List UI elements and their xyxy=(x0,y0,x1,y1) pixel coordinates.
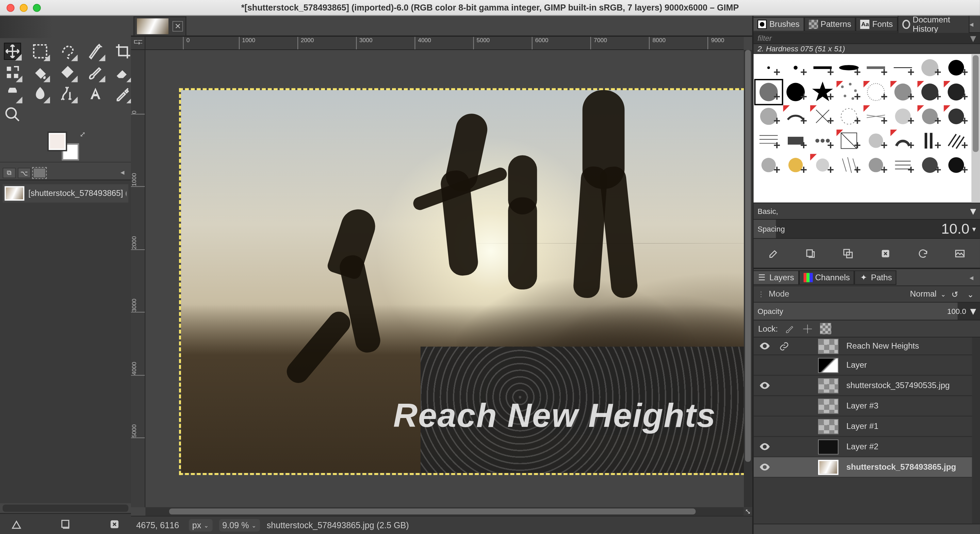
layers-scrollbar[interactable] xyxy=(972,337,980,523)
fuzzy-select-tool[interactable] xyxy=(87,43,104,60)
opacity-slider[interactable]: Opacity 100.0 ▾ xyxy=(754,303,980,320)
brush-thumbnail[interactable]: + xyxy=(756,129,782,153)
device-status-tab[interactable]: ⌥ xyxy=(18,168,31,178)
brush-thumbnail[interactable]: + xyxy=(889,105,916,129)
layer-name[interactable]: shutterstock_578493865.jpg xyxy=(846,462,956,472)
brush-thumbnail[interactable]: + xyxy=(809,105,835,129)
canvas-vscrollbar[interactable] xyxy=(744,50,752,507)
layer-row[interactable]: Reach New Heights xyxy=(754,337,972,355)
brush-grid-scrollbar[interactable] xyxy=(972,54,980,203)
layer-name[interactable]: Layer xyxy=(846,361,867,370)
mode-menu-button[interactable]: ⌄ xyxy=(966,289,976,299)
brush-thumbnail[interactable]: + xyxy=(756,80,782,104)
brush-thumbnail[interactable]: + xyxy=(756,105,782,129)
layer-row[interactable]: shutterstock_578493865.jpg xyxy=(754,457,972,478)
tool-options-tab[interactable]: ⧉ xyxy=(3,168,16,178)
smudge-tool[interactable] xyxy=(32,85,49,102)
new-brush-button[interactable] xyxy=(798,242,824,265)
brush-thumbnail[interactable]: + xyxy=(836,80,862,104)
lock-alpha-button[interactable] xyxy=(820,323,831,334)
layer-name[interactable]: Reach New Heights xyxy=(846,342,919,351)
mode-selector[interactable]: Normal ⌄ xyxy=(910,289,946,299)
layer-visibility-toggle[interactable] xyxy=(759,380,771,391)
brush-thumbnail[interactable]: + xyxy=(916,129,943,153)
layer-link-toggle[interactable] xyxy=(778,341,789,351)
minimize-window-button[interactable] xyxy=(20,4,27,11)
brush-thumbnail[interactable]: + xyxy=(863,105,889,129)
brush-thumbnail[interactable]: + xyxy=(889,56,916,79)
navigation-button[interactable]: ⤡ xyxy=(744,507,752,516)
brush-spacing-slider[interactable]: Spacing 10.0 ▾ xyxy=(754,219,980,238)
brush-thumbnail[interactable]: + xyxy=(943,56,969,79)
layer-name[interactable]: Layer #1 xyxy=(846,422,878,431)
brush-thumbnail[interactable]: + xyxy=(809,80,835,104)
color-picker-tool[interactable] xyxy=(115,85,132,102)
brush-thumbnail[interactable]: + xyxy=(863,129,889,153)
ruler-horizontal[interactable]: 0 1000 2000 3000 4000 5000 6000 7000 800… xyxy=(145,37,743,50)
rect-select-tool[interactable] xyxy=(32,43,49,60)
dock-menu-icon[interactable]: ◂ xyxy=(969,19,980,29)
brush-thumbnail[interactable]: + xyxy=(916,153,943,177)
move-tool[interactable] xyxy=(4,43,21,60)
canvas-hscrollbar[interactable] xyxy=(145,507,743,516)
brush-thumbnail[interactable]: + xyxy=(756,153,782,177)
brush-thumbnail[interactable]: + xyxy=(836,153,862,177)
canvas[interactable]: Reach New Heights xyxy=(145,50,743,507)
brush-thumbnail[interactable]: + xyxy=(943,153,969,177)
close-window-button[interactable] xyxy=(6,4,14,11)
crop-tool[interactable] xyxy=(115,43,132,60)
brush-thumbnail[interactable]: + xyxy=(943,80,969,104)
toolbox-hscrollbar[interactable] xyxy=(3,504,128,512)
brush-thumbnail[interactable]: + xyxy=(916,80,943,104)
brush-thumbnail[interactable]: + xyxy=(836,105,862,129)
brush-thumbnail[interactable]: + xyxy=(782,80,808,104)
brush-thumbnail[interactable]: + xyxy=(782,105,808,129)
bucket-fill-tool[interactable] xyxy=(32,64,49,81)
brush-thumbnail[interactable]: + xyxy=(809,56,835,79)
brush-thumbnail[interactable]: + xyxy=(943,105,969,129)
zoom-window-button[interactable] xyxy=(33,4,41,11)
brush-thumbnail[interactable]: + xyxy=(809,129,835,153)
edit-brush-button[interactable] xyxy=(760,242,786,265)
images-tab[interactable] xyxy=(33,168,46,178)
brush-preset-selector[interactable]: Basic, ▾ xyxy=(754,203,980,219)
dock-menu-icon[interactable]: ◂ xyxy=(969,273,980,282)
layer-name[interactable]: Layer #3 xyxy=(846,401,878,410)
layer-row[interactable]: Layer #2 xyxy=(754,437,972,457)
clone-tool[interactable] xyxy=(4,85,21,102)
brush-thumbnail[interactable]: + xyxy=(863,153,889,177)
ruler-vertical[interactable]: 0 1000 2000 3000 4000 5000 xyxy=(131,50,146,507)
fg-color-swatch[interactable] xyxy=(49,133,66,150)
wilber-icon[interactable] xyxy=(6,514,26,534)
brush-thumbnail[interactable]: + xyxy=(836,56,862,79)
tab-close-button[interactable]: ✕ xyxy=(172,21,183,32)
color-swatches[interactable]: ⤢ xyxy=(49,133,79,161)
canvas-viewport[interactable]: ⮓ 0 1000 2000 3000 4000 5000 6000 7000 8… xyxy=(131,37,752,516)
tab-paths[interactable]: ✦ Paths xyxy=(854,270,897,285)
paths-tool[interactable] xyxy=(59,85,76,102)
delete-brush-button[interactable] xyxy=(872,242,898,265)
tab-patterns[interactable]: Patterns xyxy=(804,17,856,31)
layer-visibility-toggle[interactable] xyxy=(759,340,771,352)
brush-thumbnail[interactable]: + xyxy=(809,153,835,177)
tab-brushes[interactable]: Brushes xyxy=(754,17,804,31)
brush-thumbnail[interactable]: + xyxy=(916,105,943,129)
tab-fonts[interactable]: Aa Fonts xyxy=(856,17,897,31)
ruler-origin[interactable]: ⮓ xyxy=(131,37,146,50)
free-select-tool[interactable] xyxy=(59,43,76,60)
brush-thumbnail[interactable]: + xyxy=(836,129,862,153)
swap-colors-icon[interactable]: ⤢ xyxy=(80,130,86,139)
layer-visibility-toggle[interactable] xyxy=(759,461,771,473)
layer-row[interactable]: Layer #3 xyxy=(754,396,972,416)
open-as-image-button[interactable] xyxy=(947,242,973,265)
brush-filter-input[interactable]: filter ▾ xyxy=(754,33,980,44)
text-tool[interactable] xyxy=(87,85,104,102)
brush-thumbnail[interactable]: + xyxy=(782,129,808,153)
new-display-icon[interactable] xyxy=(56,514,75,534)
layer-name[interactable]: Layer #2 xyxy=(846,442,878,451)
delete-icon[interactable] xyxy=(105,514,124,534)
tab-channels[interactable]: Channels xyxy=(799,270,854,285)
zoom-tool[interactable] xyxy=(4,106,21,123)
layer-row[interactable]: shutterstock_357490535.jpg xyxy=(754,375,972,396)
brush-thumbnail[interactable]: + xyxy=(782,153,808,177)
